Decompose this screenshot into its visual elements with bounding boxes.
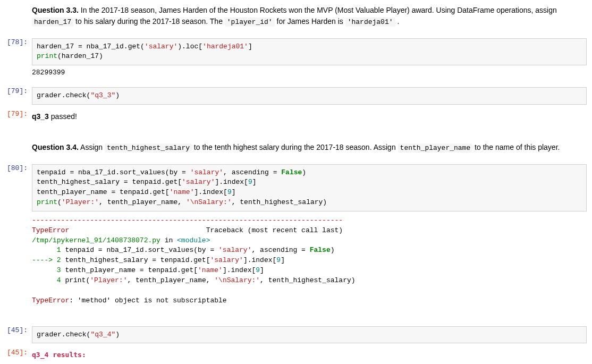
code-editor[interactable]: harden_17 = nba_17_id.get('salary').loc[…: [32, 38, 587, 66]
code-cell-80: [80]: tenpaid = nba_17_id.sort_values(by…: [0, 162, 587, 314]
output-body: q3_4 results: q3_4 - 1 result:: [32, 346, 587, 364]
output-cell-79: [79]: q3_3 passed!: [0, 108, 587, 139]
out-prompt: [45]:: [0, 346, 32, 364]
stdout-output: 28299399: [32, 65, 587, 82]
md-text: to the name of this player.: [472, 143, 560, 151]
in-prompt: [78]:: [0, 36, 32, 84]
inline-code: tenth_highest_salary: [105, 143, 192, 153]
inline-code: 'hardeja01': [345, 18, 395, 27]
traceback-output: ----------------------------------------…: [32, 211, 587, 311]
in-prompt: [80]:: [0, 162, 32, 314]
output-cell-45: [45]: q3_4 results: q3_4 - 1 result:: [0, 346, 587, 364]
md-text: In the 2017-18 season, James Harden of t…: [79, 6, 557, 14]
grader-pass: q3_3 passed!: [32, 110, 587, 137]
question-label: Question 3.4.: [32, 143, 79, 151]
md-text: for James Harden is: [275, 17, 345, 26]
prompt-empty: [0, 140, 32, 161]
code-cell-79: [79]: grader.check("q3_3"): [0, 85, 587, 107]
code-body: tenpaid = nba_17_id.sort_values(by = 'sa…: [32, 162, 587, 314]
markdown-cell-q33: Question 3.3. In the 2017-18 season, Jam…: [0, 3, 587, 35]
code-body: grader.check("q3_3"): [32, 85, 587, 107]
code-cell-45: [45]: grader.check("q3_4"): [0, 324, 587, 346]
notebook: Question 3.3. In the 2017-18 season, Jam…: [0, 0, 592, 364]
markdown-body: Question 3.4. Assign tenth_highest_salar…: [32, 140, 587, 161]
md-text: to his salary during the 2017-18 season.…: [73, 17, 225, 26]
question-label: Question 3.3.: [32, 6, 79, 14]
code-body: grader.check("q3_4"): [32, 324, 587, 346]
in-prompt: [45]:: [0, 324, 32, 346]
markdown-cell-q34: Question 3.4. Assign tenth_highest_salar…: [0, 140, 587, 161]
code-cell-78: [78]: harden_17 = nba_17_id.get('salary'…: [0, 36, 587, 84]
code-editor[interactable]: grader.check("q3_4"): [32, 326, 587, 344]
output-body: q3_3 passed!: [32, 108, 587, 139]
inline-code: tenth_player_name: [398, 143, 473, 153]
md-text: Assign: [79, 143, 105, 151]
grader-results-head: q3_4 results:: [32, 349, 587, 364]
in-prompt: [79]:: [0, 85, 32, 107]
prompt-empty: [0, 3, 32, 35]
code-editor[interactable]: tenpaid = nba_17_id.sort_values(by = 'sa…: [32, 164, 587, 211]
code-body: harden_17 = nba_17_id.get('salary').loc[…: [32, 36, 587, 84]
md-text: .: [395, 17, 400, 26]
out-prompt: [79]:: [0, 108, 32, 139]
inline-code: 'player_id': [225, 18, 275, 27]
md-text: to the tenth highest salary during the 2…: [192, 143, 398, 151]
code-editor[interactable]: grader.check("q3_3"): [32, 87, 587, 105]
markdown-body: Question 3.3. In the 2017-18 season, Jam…: [32, 3, 587, 35]
inline-code: harden_17: [32, 18, 73, 27]
